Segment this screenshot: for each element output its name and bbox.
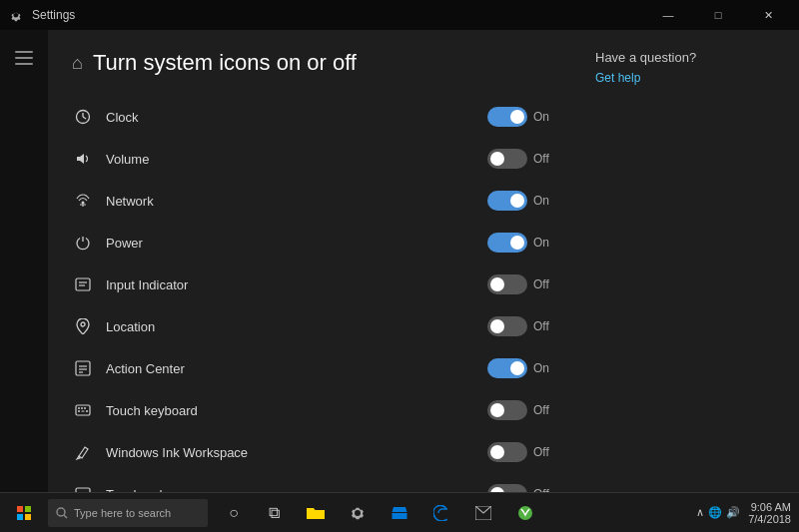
toggle-label-power: On xyxy=(533,236,555,250)
taskbar-apps xyxy=(296,493,545,533)
title-bar-title: Settings xyxy=(32,8,75,22)
taskbar-app-email[interactable] xyxy=(463,493,503,533)
settings-label-power: Power xyxy=(106,236,415,251)
toggle-label-windows-ink: Off xyxy=(533,445,555,459)
toggle-container-touchpad: Off xyxy=(487,484,555,492)
svg-rect-7 xyxy=(76,278,90,290)
volume-sys-icon[interactable]: 🔊 xyxy=(726,506,740,519)
svg-rect-31 xyxy=(25,514,31,520)
toggle-container-input-indicator: Off xyxy=(487,274,555,294)
svg-line-33 xyxy=(64,515,67,518)
app-container: ⌂ Turn system icons on or off Clock On V… xyxy=(0,30,799,492)
settings-row-input-indicator: Input Indicator Off xyxy=(72,264,555,305)
toggle-touch-keyboard[interactable] xyxy=(487,400,527,420)
page-title: Turn system icons on or off xyxy=(93,50,357,76)
toggle-label-volume: Off xyxy=(533,152,555,166)
title-bar-controls: — □ ✕ xyxy=(645,0,791,30)
taskbar-app-xbox[interactable] xyxy=(505,493,545,533)
taskbar-app-settings[interactable] xyxy=(338,493,378,533)
ink-icon xyxy=(72,441,94,463)
home-icon[interactable]: ⌂ xyxy=(72,53,83,74)
settings-app-icon xyxy=(8,7,24,23)
network-sys-icon[interactable]: 🌐 xyxy=(708,506,722,519)
sidebar xyxy=(0,30,48,492)
svg-point-6 xyxy=(82,202,85,205)
svg-line-5 xyxy=(83,117,86,119)
svg-point-10 xyxy=(81,322,85,326)
toggle-windows-ink[interactable] xyxy=(487,442,527,462)
power-icon xyxy=(72,232,94,254)
settings-row-volume: Volume Off xyxy=(72,138,555,180)
settings-row-clock: Clock On xyxy=(72,96,555,138)
sidebar-menu-icon[interactable] xyxy=(4,38,44,78)
svg-rect-15 xyxy=(76,405,90,415)
toggle-container-touch-keyboard: Off xyxy=(487,400,555,420)
help-link[interactable]: Get help xyxy=(595,71,783,85)
toggle-clock[interactable] xyxy=(487,107,527,127)
title-bar-left: Settings xyxy=(8,7,75,23)
toggle-touchpad[interactable] xyxy=(487,484,527,492)
settings-row-power: Power On xyxy=(72,222,555,264)
date-display: 7/4/2018 xyxy=(748,513,791,525)
taskbar-app-edge[interactable] xyxy=(421,493,461,533)
location-icon xyxy=(72,315,94,337)
svg-rect-30 xyxy=(17,514,23,520)
settings-label-network: Network xyxy=(106,194,415,209)
taskbar: Type here to search ○ ⧉ xyxy=(0,492,799,532)
taskbar-app-store[interactable] xyxy=(380,493,419,533)
touchpad-icon xyxy=(72,483,94,492)
settings-row-location: Location Off xyxy=(72,305,555,347)
svg-rect-0 xyxy=(15,51,33,53)
help-title: Have a question? xyxy=(595,50,783,65)
taskbar-search[interactable]: Type here to search xyxy=(48,499,208,527)
page-header: ⌂ Turn system icons on or off xyxy=(72,50,555,76)
taskbar-icons: ○ ⧉ xyxy=(216,493,292,533)
start-button[interactable] xyxy=(0,493,48,533)
settings-list: Clock On Volume Off Network xyxy=(72,96,555,492)
title-bar: Settings — □ ✕ xyxy=(0,0,799,30)
settings-row-network: Network On xyxy=(72,180,555,222)
toggle-location[interactable] xyxy=(487,316,527,336)
settings-label-input-indicator: Input Indicator xyxy=(106,277,415,292)
settings-row-action-center: Action Center On xyxy=(72,347,555,389)
taskbar-task-view-icon[interactable]: ⧉ xyxy=(256,493,292,533)
settings-label-touch-keyboard: Touch keyboard xyxy=(106,403,415,418)
settings-label-clock: Clock xyxy=(106,110,415,125)
svg-rect-29 xyxy=(25,506,31,512)
settings-row-touch-keyboard: Touch keyboard Off xyxy=(72,389,555,431)
svg-point-32 xyxy=(57,508,65,516)
minimize-button[interactable]: — xyxy=(645,0,691,30)
svg-rect-2 xyxy=(15,63,33,65)
toggle-label-network: On xyxy=(533,194,555,208)
toggle-action-center[interactable] xyxy=(487,358,527,378)
settings-label-location: Location xyxy=(106,319,415,334)
taskbar-time[interactable]: 9:06 AM 7/4/2018 xyxy=(748,501,791,525)
toggle-power[interactable] xyxy=(487,233,527,253)
toggle-label-location: Off xyxy=(533,319,555,333)
toggle-volume[interactable] xyxy=(487,149,527,169)
settings-row-touchpad: Touchpad Off xyxy=(72,473,555,492)
taskbar-cortana-icon[interactable]: ○ xyxy=(216,493,252,533)
maximize-button[interactable]: □ xyxy=(695,0,741,30)
settings-label-volume: Volume xyxy=(106,152,415,167)
toggle-network[interactable] xyxy=(487,191,527,211)
taskbar-sys-icons: ∧ 🌐 🔊 xyxy=(696,506,740,519)
volume-icon xyxy=(72,148,94,170)
toggle-container-network: On xyxy=(487,191,555,211)
taskbar-app-file-explorer[interactable] xyxy=(296,493,336,533)
time-display: 9:06 AM xyxy=(751,501,791,513)
close-button[interactable]: ✕ xyxy=(745,0,791,30)
settings-row-windows-ink: Windows Ink Workspace Off xyxy=(72,431,555,473)
toggle-container-clock: On xyxy=(487,107,555,127)
network-icon xyxy=(72,190,94,212)
settings-label-windows-ink: Windows Ink Workspace xyxy=(106,445,415,460)
toggle-container-power: On xyxy=(487,233,555,253)
action-icon xyxy=(72,357,94,379)
taskbar-right: ∧ 🌐 🔊 9:06 AM 7/4/2018 xyxy=(696,501,799,525)
toggle-label-touch-keyboard: Off xyxy=(533,403,555,417)
toggle-container-volume: Off xyxy=(487,149,555,169)
toggle-input-indicator[interactable] xyxy=(487,274,527,294)
toggle-container-action-center: On xyxy=(487,358,555,378)
toggle-label-clock: On xyxy=(533,110,555,124)
chevron-up-icon[interactable]: ∧ xyxy=(696,506,704,519)
